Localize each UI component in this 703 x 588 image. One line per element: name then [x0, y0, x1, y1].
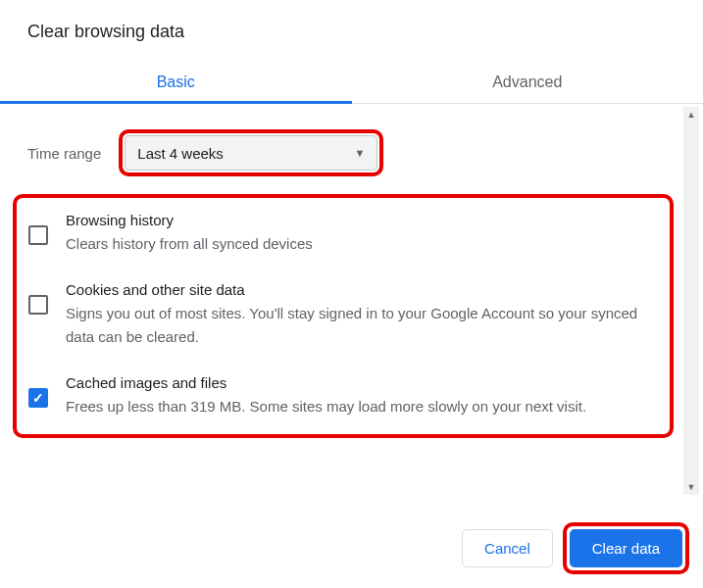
content-area: ▲ ▼ Time range Last 4 weeks ▼ Browsing h… [0, 104, 703, 496]
time-range-row: Time range Last 4 weeks ▼ [0, 104, 703, 176]
cancel-button[interactable]: Cancel [462, 529, 553, 567]
time-range-value: Last 4 weeks [137, 145, 224, 162]
option-title: Cookies and other site data [66, 281, 662, 298]
option-desc: Frees up less than 319 MB. Some sites ma… [66, 395, 662, 418]
scroll-down-icon[interactable]: ▼ [683, 479, 699, 495]
chevron-down-icon: ▼ [354, 147, 365, 159]
cancel-button-label: Cancel [484, 540, 530, 557]
annotation-highlight: Browsing history Clears history from all… [13, 194, 674, 438]
scroll-up-icon[interactable]: ▲ [683, 107, 699, 122]
annotation-highlight: Last 4 weeks ▼ [119, 129, 383, 176]
clear-data-button[interactable]: Clear data [570, 529, 682, 567]
checkbox-cached[interactable]: ✓ [28, 388, 48, 408]
time-range-dropdown[interactable]: Last 4 weeks ▼ [125, 135, 377, 171]
option-title: Browsing history [66, 212, 662, 228]
tab-basic[interactable]: Basic [0, 62, 352, 103]
tab-bar: Basic Advanced [0, 62, 703, 104]
option-cached: ✓ Cached images and files Frees up less … [25, 368, 662, 424]
clear-browsing-data-dialog: Clear browsing data Basic Advanced ▲ ▼ T… [0, 0, 703, 588]
tab-advanced[interactable]: Advanced [352, 62, 704, 103]
option-desc: Clears history from all synced devices [66, 232, 662, 256]
option-cookies: Cookies and other site data Signs you ou… [25, 275, 662, 355]
dialog-title: Clear browsing data [0, 0, 703, 42]
option-text: Browsing history Clears history from all… [66, 212, 662, 256]
checkbox-browsing-history[interactable] [28, 225, 48, 245]
option-browsing-history: Browsing history Clears history from all… [25, 206, 662, 262]
option-desc: Signs you out of most sites. You'll stay… [66, 302, 662, 349]
dialog-footer: Cancel Clear data [0, 511, 703, 588]
checkmark-icon: ✓ [32, 390, 44, 406]
checkbox-cookies[interactable] [28, 295, 48, 315]
time-range-label: Time range [27, 145, 101, 162]
annotation-highlight: Clear data [563, 522, 689, 574]
scrollbar[interactable]: ▲ ▼ [683, 107, 699, 495]
tab-advanced-label: Advanced [492, 74, 562, 90]
option-title: Cached images and files [66, 374, 662, 391]
tab-basic-label: Basic [157, 74, 195, 90]
clear-data-button-label: Clear data [592, 540, 660, 557]
option-text: Cached images and files Frees up less th… [66, 374, 662, 418]
option-text: Cookies and other site data Signs you ou… [66, 281, 662, 349]
